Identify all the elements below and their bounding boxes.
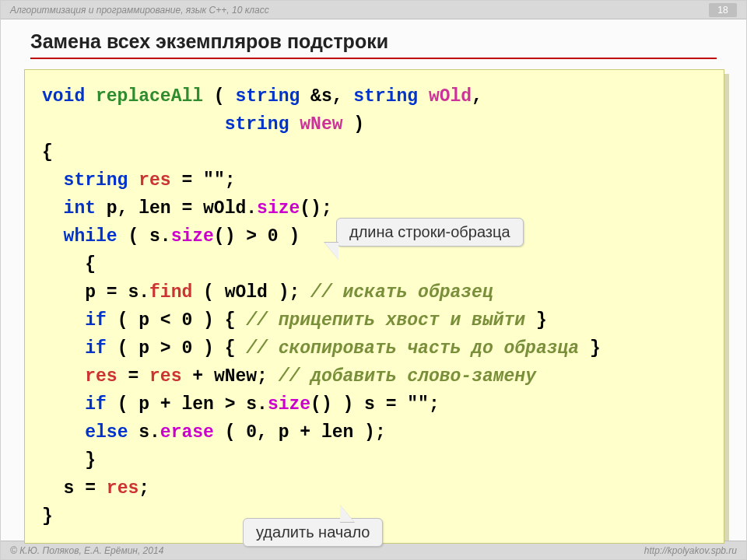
code-line-3: { [42,138,707,166]
code-line-12: if ( p + len > s.size() ) s = ""; [42,390,707,418]
code-line-4: string res = ""; [42,166,707,194]
header-bar: Алгоритмизация и программирование, язык … [1,1,746,19]
code-line-14: } [42,446,707,474]
code-line-8: p = s.find ( wOld ); // искать образец [42,278,707,306]
code-line-2: string wNew ) [42,110,707,138]
code-line-1: void replaceAll ( string &s, string wOld… [42,82,707,110]
callout-erase-start-text: удалить начало [256,523,370,541]
code-line-9: if ( p < 0 ) { // прицепить хвост и выйт… [42,306,707,334]
code-area: void replaceAll ( string &s, string wOld… [24,69,724,544]
callout-erase-start: удалить начало [243,518,383,547]
header-subject: Алгоритмизация и программирование, язык … [10,5,269,16]
footer-copyright: © К.Ю. Поляков, Е.А. Ерёмин, 2014 [10,545,163,556]
slide: Алгоритмизация и программирование, язык … [0,0,747,560]
code-box: void replaceAll ( string &s, string wOld… [24,69,724,544]
code-line-11: res = res + wNew; // добавить слово-заме… [42,362,707,390]
code-line-13: else s.erase ( 0, p + len ); [42,418,707,446]
callout-pattern-length-text: длина строки-образца [349,223,510,240]
slide-title: Замена всех экземпляров подстроки [30,30,717,59]
code-line-10: if ( p > 0 ) { // скопировать часть до о… [42,334,707,362]
page-number: 18 [709,3,737,17]
code-line-15: s = res; [42,474,707,502]
callout-tail-icon [324,243,338,260]
callout-pattern-length: длина строки-образца [336,218,524,247]
callout-tail-icon [340,505,354,522]
footer-url: http://kpolyakov.spb.ru [644,545,737,556]
code-line-7: { [42,250,707,278]
